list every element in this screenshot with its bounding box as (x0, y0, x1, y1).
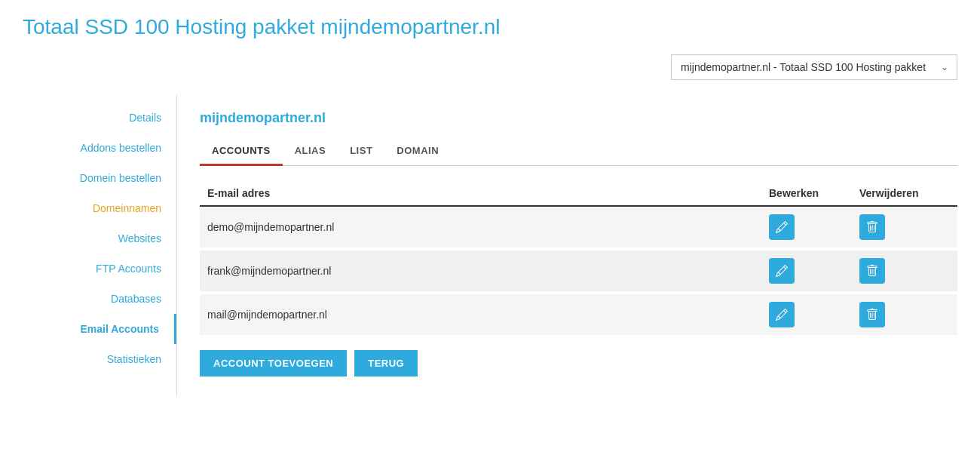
sidebar-item-details[interactable]: Details (0, 103, 176, 133)
table-body: demo@mijndemopartner.nlfrank@mijndemopar… (200, 207, 957, 335)
domain-select[interactable]: mijndemopartner.nl - Totaal SSD 100 Host… (671, 54, 957, 80)
sidebar-item-statistieken[interactable]: Statistieken (0, 344, 176, 374)
email-table: E-mail adres Bewerken Verwijderen demo@m… (200, 181, 957, 335)
action-buttons: ACCOUNT TOEVOEGEN TERUG (200, 350, 957, 376)
edit-cell (769, 302, 859, 327)
back-button[interactable]: TERUG (354, 350, 418, 376)
edit-button[interactable] (769, 214, 795, 240)
domain-select-wrapper: mijndemopartner.nl - Totaal SSD 100 Host… (671, 54, 957, 80)
edit-cell (769, 214, 859, 240)
edit-cell (769, 258, 859, 284)
email-address: mail@mijndemopartner.nl (207, 309, 769, 321)
add-account-button[interactable]: ACCOUNT TOEVOEGEN (200, 350, 347, 376)
delete-button[interactable] (859, 258, 885, 284)
sidebar-item-addons-bestellen[interactable]: Addons bestellen (0, 133, 176, 163)
sidebar-item-ftp-accounts[interactable]: FTP Accounts (0, 254, 176, 284)
main-content: mijndemopartner.nl ACCOUNTSALIASLISTDOMA… (177, 95, 980, 397)
email-address: frank@mijndemopartner.nl (207, 265, 769, 277)
col-email: E-mail adres (207, 187, 769, 199)
delete-cell (859, 214, 950, 240)
tab-alias[interactable]: ALIAS (283, 137, 338, 166)
sidebar-item-websites[interactable]: Websites (0, 223, 176, 254)
delete-button[interactable] (859, 302, 885, 327)
table-row: demo@mijndemopartner.nl (200, 207, 957, 247)
edit-button[interactable] (769, 258, 795, 284)
email-address: demo@mijndemopartner.nl (207, 221, 769, 233)
delete-cell (859, 302, 950, 327)
table-header: E-mail adres Bewerken Verwijderen (200, 181, 957, 207)
sidebar-item-email-accounts[interactable]: Email Accounts (0, 314, 176, 344)
domain-name: mijndemopartner.nl (200, 110, 957, 126)
col-delete: Verwijderen (859, 187, 950, 199)
tab-domain[interactable]: DOMAIN (384, 137, 451, 166)
delete-cell (859, 258, 950, 284)
table-row: mail@mijndemopartner.nl (200, 294, 957, 335)
tab-list[interactable]: LIST (338, 137, 384, 166)
sidebar-item-databases[interactable]: Databases (0, 284, 176, 314)
delete-button[interactable] (859, 214, 885, 240)
sidebar-item-domein-bestellen[interactable]: Domein bestellen (0, 163, 176, 193)
col-edit: Bewerken (769, 187, 859, 199)
sidebar-item-domeinnamen[interactable]: Domeinnamen (0, 193, 176, 223)
table-row: frank@mijndemopartner.nl (200, 250, 957, 291)
edit-button[interactable] (769, 302, 795, 327)
tabs-bar: ACCOUNTSALIASLISTDOMAIN (200, 137, 957, 166)
tab-accounts[interactable]: ACCOUNTS (200, 137, 283, 166)
sidebar: DetailsAddons bestellenDomein bestellenD… (0, 95, 177, 397)
page-title: Totaal SSD 100 Hosting pakket mijndemopa… (23, 15, 957, 39)
